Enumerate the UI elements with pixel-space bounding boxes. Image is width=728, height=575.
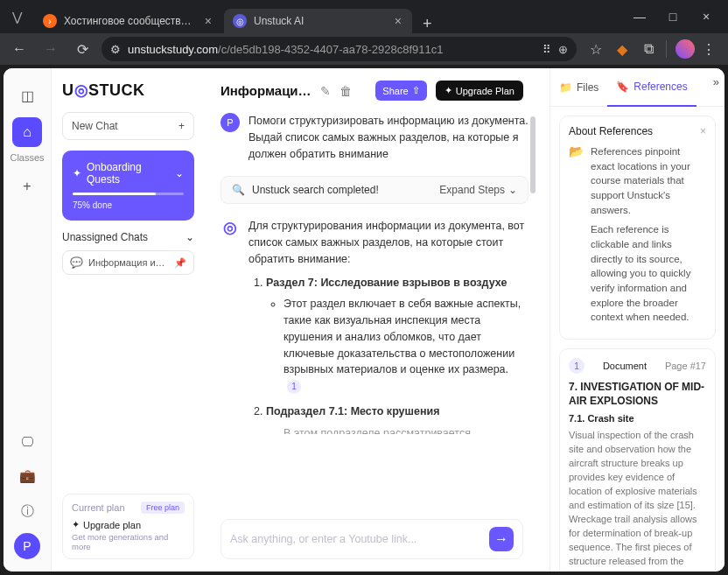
answer-bullet: Этот раздел включает в себя важные аспек… <box>284 296 528 395</box>
reference-subheading: 7.1. Crash site <box>569 413 706 424</box>
chat-bubble-icon: 💬 <box>70 256 83 269</box>
share-icon: ⇧ <box>412 85 420 96</box>
browser-menu-icon[interactable]: ⋁ <box>7 6 27 27</box>
expand-steps-button[interactable]: Expand Steps ⌄ <box>439 184 517 196</box>
sparkle-icon: ✦ <box>444 85 452 96</box>
search-status-banner: 🔍 Unstuck search completed! Expand Steps… <box>220 176 528 204</box>
unassigned-header[interactable]: Unassigned Chats ⌄ <box>62 231 194 243</box>
current-plan-label: Current plan <box>72 502 125 513</box>
onboarding-card[interactable]: ✦ Onboarding Quests ⌄ 75% done <box>62 151 194 221</box>
new-chat-button[interactable]: New Chat + <box>62 112 194 140</box>
share-button[interactable]: Share ⇧ <box>375 81 426 101</box>
zoom-icon[interactable]: ⊕ <box>558 43 568 56</box>
status-text: Unstuck search completed! <box>252 184 379 196</box>
rail-help-icon[interactable]: ⓘ <box>12 496 42 526</box>
upgrade-label: Upgrade Plan <box>456 86 514 96</box>
tab-favicon: ◎ <box>233 14 247 28</box>
extensions-icon[interactable]: ⧉ <box>636 37 661 61</box>
progress-label: 75% done <box>73 200 184 210</box>
plan-sub: Get more generations and more <box>72 532 185 551</box>
share-label: Share <box>382 86 408 96</box>
tab-files[interactable]: 📁 Files <box>550 69 607 106</box>
rail-add-icon[interactable]: + <box>12 172 42 201</box>
section-title: Раздел 7: Исследование взрывов в воздухе <box>266 277 507 289</box>
about-references-card: About References × 📂 References pinpoint… <box>559 116 716 340</box>
reference-number: 1 <box>569 358 584 374</box>
tab-close-icon[interactable]: × <box>393 14 403 28</box>
delete-icon[interactable]: 🗑 <box>340 84 352 98</box>
reference-page: Page #17 <box>665 361 706 371</box>
reference-doc-label: Document <box>603 361 647 371</box>
rail-laptop-icon[interactable]: 🖵 <box>12 426 42 456</box>
url-text: unstuckstudy.com/c/de5db198-4352-4407-aa… <box>128 43 536 56</box>
upgrade-plan-link[interactable]: ✦ Upgrade plan <box>72 519 185 530</box>
onboarding-title: Onboarding Quests <box>87 161 170 186</box>
tab-title: Unstuck AI <box>254 15 386 27</box>
section-label: Unassigned Chats <box>62 231 148 243</box>
tab-title: Хостинговое сообщество «Tim <box>64 15 196 27</box>
browser-tab-2[interactable]: ◎ Unstuck AI × <box>224 9 412 33</box>
folder-icon: 📂 <box>569 144 584 330</box>
tab-label: References <box>634 81 687 93</box>
rocket-icon: ✦ <box>72 519 80 530</box>
window-maximize-icon[interactable]: □ <box>658 4 688 29</box>
metamask-icon[interactable]: ◆ <box>610 37 634 61</box>
nav-back-icon[interactable]: ← <box>7 37 32 61</box>
send-button[interactable]: → <box>489 527 514 551</box>
expand-panel-icon[interactable]: » <box>713 75 719 88</box>
tab-close-icon[interactable]: × <box>203 14 214 28</box>
user-avatar: P <box>220 113 240 132</box>
rail-briefcase-icon[interactable]: 💼 <box>12 461 42 491</box>
reference-body: Visual inspection of the crash site and … <box>569 429 706 568</box>
chevron-down-icon: ⌄ <box>175 167 184 179</box>
app-logo: U◎STUCK <box>62 81 194 100</box>
browser-menu-dots-icon[interactable]: ⋮ <box>696 37 721 61</box>
url-bar[interactable]: ⚙ unstuckstudy.com/c/de5db198-4352-4407-… <box>102 37 577 61</box>
tab-references[interactable]: 🔖 References <box>607 68 696 107</box>
pin-icon[interactable]: 📌 <box>174 257 186 269</box>
rail-avatar[interactable]: P <box>14 533 40 559</box>
site-settings-icon[interactable]: ⚙ <box>110 43 121 56</box>
browser-tab-1[interactable]: › Хостинговое сообщество «Tim × <box>34 9 222 33</box>
chat-scroller[interactable]: P Помоги структуризировать информацию из… <box>220 113 541 510</box>
upgrade-button[interactable]: ✦ Upgrade Plan <box>436 81 523 101</box>
tab-favicon: › <box>43 14 57 28</box>
chat-item-label: Информация из доку… <box>88 257 169 268</box>
separator <box>666 40 667 58</box>
edit-icon[interactable]: ✎ <box>320 84 331 98</box>
rail-classes-label: Classes <box>10 152 44 163</box>
new-chat-label: New Chat <box>72 120 118 132</box>
chat-input[interactable] <box>230 533 482 545</box>
reference-card[interactable]: 1 Document Page #17 7. INVESTIGATION OF … <box>559 348 716 571</box>
close-icon[interactable]: × <box>700 125 706 137</box>
nav-reload-icon[interactable]: ⟳ <box>70 37 94 61</box>
expand-label: Expand Steps <box>439 184 505 196</box>
nav-forward-icon[interactable]: → <box>38 37 63 61</box>
rail-pane-icon[interactable]: ◫ <box>12 81 42 110</box>
plan-badge: Free plan <box>141 501 185 514</box>
doc-title: Информаци… <box>220 83 312 98</box>
window-minimize-icon[interactable]: — <box>625 4 654 29</box>
search-icon: 🔍 <box>232 184 245 196</box>
plan-card: Current plan Free plan ✦ Upgrade plan Ge… <box>62 494 194 559</box>
rail-home-icon[interactable]: ⌂ <box>12 117 42 147</box>
bookmark-icon[interactable]: ☆ <box>584 37 608 61</box>
chat-input-row: → <box>220 519 523 559</box>
about-title: About References <box>569 125 653 137</box>
tab-label: Files <box>577 81 598 94</box>
reference-chip[interactable]: 1 <box>287 380 301 394</box>
about-p2: Each reference is clickable and links di… <box>591 222 706 325</box>
answer-intro: Для структурирования информации из докум… <box>248 218 528 267</box>
new-tab-icon[interactable]: + <box>414 15 441 33</box>
upgrade-label: Upgrade plan <box>83 520 141 530</box>
chevron-down-icon: ⌄ <box>186 231 194 243</box>
profile-avatar[interactable] <box>676 39 695 59</box>
window-close-icon[interactable]: × <box>691 4 721 29</box>
answer-bullet: В этом подразделе рассматривается <box>284 425 528 434</box>
progress-bar <box>73 193 184 195</box>
user-message: Помоги структуризировать информацию из д… <box>248 113 528 162</box>
chat-item[interactable]: 💬 Информация из доку… 📌 <box>62 250 194 275</box>
section-title: Подраздел 7.1: Место крушения <box>266 405 439 417</box>
translate-icon[interactable]: ⠿ <box>542 43 551 56</box>
reference-heading: 7. INVESTIGATION OF MID-AIR EXPLOSIONS <box>569 381 706 408</box>
